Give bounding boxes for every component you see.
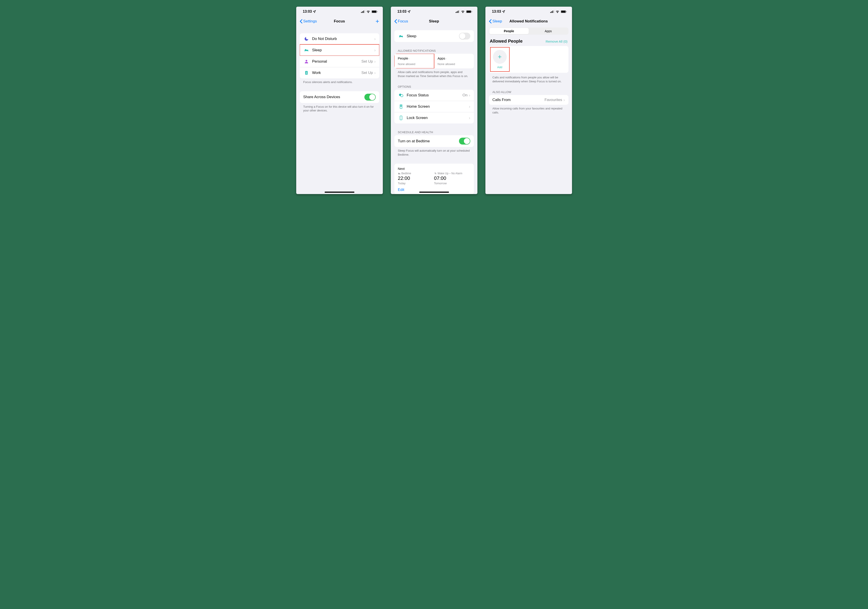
focus-item-sleep[interactable]: Sleep ›	[300, 44, 379, 56]
allowed-people-button[interactable]: People› None allowed	[394, 54, 434, 68]
svg-rect-8	[305, 71, 307, 75]
share-across-devices-row: Share Across Devices	[300, 91, 379, 103]
svg-rect-30	[552, 11, 553, 13]
cellular-icon	[550, 10, 554, 13]
meta-label: Bedtime	[401, 172, 411, 175]
bedtime-day: Today	[398, 181, 434, 185]
bedtime-switch[interactable]	[459, 138, 470, 144]
chevron-right-icon: ›	[374, 37, 376, 41]
svg-rect-1	[362, 11, 363, 13]
row-label: Sleep	[407, 34, 459, 39]
share-devices-switch[interactable]	[364, 94, 376, 101]
wakeup-day: Tomorrow	[434, 181, 470, 185]
svg-point-25	[401, 106, 401, 107]
focus-item-work[interactable]: Work Set Up ›	[300, 67, 379, 78]
svg-rect-12	[456, 12, 456, 13]
svg-point-9	[306, 72, 307, 73]
tab-people[interactable]: People	[490, 28, 529, 34]
remove-all-button[interactable]: Remove All (0)	[546, 40, 567, 43]
back-label: Focus	[398, 19, 408, 23]
group-header: OPTIONS	[391, 85, 477, 90]
back-button[interactable]: Sleep	[489, 19, 502, 23]
add-person-button[interactable]: + Add	[490, 47, 509, 71]
chevron-right-icon: ›	[374, 71, 376, 75]
row-label: Calls From	[493, 98, 545, 102]
plus-icon: +	[493, 50, 507, 64]
focus-item-dnd[interactable]: Do Not Disturb ›	[300, 33, 379, 44]
group-header: SCHEDULE AND HEALTH	[391, 130, 477, 135]
calls-from-row[interactable]: Calls From Favourites ›	[489, 95, 569, 105]
home-indicator[interactable]	[419, 192, 449, 193]
phone-focus-list: 13:03 Settings Focus + Do Not Disturb	[296, 7, 383, 194]
status-icons	[550, 10, 567, 13]
lock-screen-row[interactable]: Lock Screen ›	[394, 112, 474, 124]
nav-bar: Focus Sleep	[391, 16, 477, 26]
badge-icon	[303, 70, 310, 76]
sleep-switch[interactable]	[459, 33, 470, 40]
allowed-apps-button[interactable]: Apps› None allowed	[434, 54, 474, 68]
group-header: ALSO ALLOW	[485, 90, 572, 95]
svg-rect-17	[467, 11, 471, 12]
segmented-control: People Apps	[489, 28, 569, 35]
tab-apps[interactable]: Apps	[529, 28, 568, 34]
svg-rect-3	[364, 10, 365, 13]
back-label: Sleep	[493, 19, 502, 23]
bed-icon	[398, 33, 404, 39]
group-header: ALLOWED NOTIFICATIONS	[391, 49, 477, 54]
bedtime-time: 22:00	[398, 175, 434, 181]
sub-label: People	[398, 56, 408, 60]
status-time: 13:03	[303, 9, 312, 14]
svg-point-20	[401, 95, 403, 97]
row-value: Set Up	[361, 71, 373, 75]
row-label: Home Screen	[407, 104, 469, 109]
moon-icon	[303, 36, 310, 42]
svg-rect-28	[550, 12, 551, 13]
svg-rect-0	[361, 12, 362, 13]
schedule-card: Next Bedtime 22:00 Today Wake Up – No	[394, 164, 474, 194]
svg-rect-5	[372, 11, 377, 12]
location-arrow-icon	[502, 10, 505, 13]
status-bar: 13:03	[296, 7, 383, 16]
home-screen-row[interactable]: Home Screen ›	[394, 101, 474, 112]
row-label: Personal	[312, 59, 361, 64]
chevron-right-icon: ›	[564, 98, 565, 102]
row-label: Share Across Devices	[303, 95, 364, 99]
nav-bar: Sleep Allowed Notifications	[485, 16, 572, 26]
focus-status-row[interactable]: Focus Status On ›	[394, 90, 474, 101]
row-value: On	[462, 93, 468, 98]
edit-button[interactable]: Edit	[398, 188, 405, 192]
focus-item-personal[interactable]: Personal Set Up ›	[300, 56, 379, 67]
next-label: Next	[398, 167, 470, 170]
chevron-left-icon	[489, 19, 491, 23]
phone-allowed-notifications: 13:03 Sleep Allowed Notifications People…	[485, 7, 572, 194]
lock-screen-icon	[398, 115, 404, 121]
person-icon	[303, 58, 310, 65]
svg-rect-10	[306, 73, 307, 73]
row-label: Turn on at Bedtime	[398, 139, 459, 143]
cellular-icon	[361, 10, 365, 13]
page-title: Allowed Notifications	[509, 19, 548, 23]
chevron-right-icon: ›	[469, 116, 470, 120]
svg-point-7	[305, 60, 307, 62]
home-screen-icon	[398, 104, 404, 110]
status-bar: 13:03	[485, 7, 572, 16]
add-focus-button[interactable]: +	[375, 18, 379, 25]
row-label: Focus Status	[407, 93, 462, 98]
location-arrow-icon	[313, 10, 316, 13]
back-button[interactable]: Focus	[394, 19, 408, 23]
bell-slash-icon	[434, 172, 437, 175]
row-label: Lock Screen	[407, 116, 469, 120]
home-indicator[interactable]	[325, 192, 354, 193]
svg-rect-13	[457, 11, 457, 13]
phone-sleep-detail: 13:03 Focus Sleep Sleep	[391, 7, 477, 194]
wakeup-block: Wake Up – No Alarm 07:00 Tomorrow	[434, 172, 470, 185]
cellular-icon	[456, 10, 460, 13]
row-label: Do Not Disturb	[312, 37, 374, 41]
bedtime-block: Bedtime 22:00 Today	[398, 172, 434, 185]
back-button[interactable]: Settings	[300, 19, 317, 23]
add-label: Add	[497, 65, 502, 69]
row-value: Favourites	[544, 98, 562, 102]
row-label: Work	[312, 71, 361, 75]
chevron-right-icon: ›	[374, 48, 376, 53]
wifi-icon	[556, 10, 560, 13]
